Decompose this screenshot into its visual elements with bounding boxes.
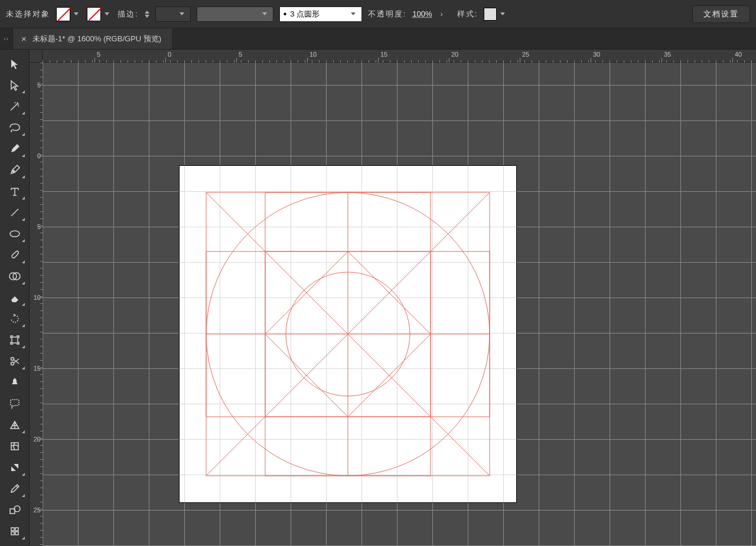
mesh-tool[interactable] xyxy=(2,436,27,457)
svg-line-31 xyxy=(206,417,265,476)
eraser-tool[interactable] xyxy=(2,287,27,308)
ruler-tick: 5 xyxy=(97,51,100,58)
ellipse-tool[interactable] xyxy=(2,223,27,244)
artboard-tool[interactable] xyxy=(2,329,27,351)
direct-selection-tool[interactable] xyxy=(2,74,27,96)
ruler-tick: 25 xyxy=(522,51,529,58)
document-settings-button[interactable]: 文档设置 xyxy=(692,5,750,23)
ruler-horizontal[interactable]: 50510152025303540 xyxy=(43,50,756,63)
style-label: 样式: xyxy=(457,9,478,19)
perspective-tool[interactable] xyxy=(2,414,27,436)
keyline-artwork xyxy=(180,166,516,502)
svg-rect-12 xyxy=(15,528,18,531)
stroke-weight-field[interactable] xyxy=(155,6,191,22)
magic-wand-tool[interactable] xyxy=(2,96,27,117)
svg-point-0 xyxy=(12,171,14,172)
rotate-tool[interactable] xyxy=(2,308,27,329)
pin-tool[interactable] xyxy=(2,372,27,393)
ruler-tick: 5 xyxy=(239,51,242,58)
pen-tool[interactable] xyxy=(2,138,27,159)
chevron-down-icon xyxy=(74,12,79,15)
comment-tool[interactable] xyxy=(2,393,27,414)
gradient-tool[interactable] xyxy=(2,457,27,478)
selection-tool[interactable] xyxy=(2,53,27,74)
style-swatch-icon xyxy=(484,8,497,21)
eyedropper-tool[interactable] xyxy=(2,478,27,499)
ruler-origin[interactable] xyxy=(30,50,43,63)
shape-builder-tool[interactable] xyxy=(2,266,27,287)
document-tab[interactable]: × 未标题-1* @ 1600% (RGB/GPU 预览) xyxy=(13,28,172,49)
ruler-tick: 40 xyxy=(735,51,742,58)
curvature-tool[interactable] xyxy=(2,159,27,181)
close-icon[interactable]: × xyxy=(21,34,27,44)
line-tool[interactable] xyxy=(2,202,27,223)
fill-swatch[interactable] xyxy=(56,7,81,21)
brush-definition[interactable]: • 3 点圆形 xyxy=(279,6,362,22)
brush-name: 3 点圆形 xyxy=(290,9,320,19)
canvas-region[interactable]: 50510152025303540 50510152025 xyxy=(30,50,756,546)
svg-line-32 xyxy=(431,417,490,476)
graphic-style[interactable] xyxy=(484,8,507,21)
lasso-tool[interactable] xyxy=(2,117,27,138)
opacity-label: 不透明度: xyxy=(368,9,407,19)
stroke-label: 描边: xyxy=(118,9,139,19)
svg-rect-11 xyxy=(11,528,14,531)
no-selection-label: 未选择对象 xyxy=(6,9,50,19)
paintbrush-tool[interactable] xyxy=(2,244,27,266)
opacity-value[interactable]: 100% xyxy=(412,9,432,18)
type-tool[interactable] xyxy=(2,181,27,202)
ruler-tick: 35 xyxy=(664,51,671,58)
tools-panel xyxy=(0,50,30,546)
svg-rect-14 xyxy=(15,532,18,535)
artboard[interactable] xyxy=(180,166,516,502)
ruler-vertical[interactable]: 50510152025 xyxy=(30,63,43,546)
stroke-weight-stepper[interactable] xyxy=(145,11,149,18)
stroke-swatch[interactable] xyxy=(87,7,112,21)
opacity-chevron[interactable]: › xyxy=(441,9,443,18)
svg-rect-7 xyxy=(11,443,18,450)
ruler-tick: 15 xyxy=(380,51,387,58)
ruler-tick: 30 xyxy=(593,51,600,58)
svg-rect-13 xyxy=(11,532,14,535)
chevron-down-icon xyxy=(180,12,184,15)
svg-point-1 xyxy=(10,231,19,237)
ruler-tick: 10 xyxy=(309,51,317,58)
pasteboard-grid xyxy=(43,63,756,546)
document-tab-bar: ›› × 未标题-1* @ 1600% (RGB/GPU 预览) xyxy=(0,28,756,50)
chevron-down-icon xyxy=(351,12,356,15)
workspace: 50510152025303540 50510152025 xyxy=(0,50,756,546)
none-icon xyxy=(87,7,101,21)
variable-width-profile[interactable] xyxy=(197,6,273,22)
svg-rect-4 xyxy=(12,337,18,343)
ruler-tick: 20 xyxy=(451,51,458,58)
panel-toggle[interactable]: ›› xyxy=(0,28,13,49)
blend-tool[interactable] xyxy=(2,499,27,521)
symbol-tool[interactable] xyxy=(2,521,27,542)
none-icon xyxy=(56,7,70,21)
scissors-tool[interactable] xyxy=(2,351,27,372)
ruler-tick: 0 xyxy=(168,51,171,58)
options-bar: 未选择对象 描边: • 3 点圆形 不透明度: 100% › 样式: 文档设置 xyxy=(0,0,756,28)
svg-line-30 xyxy=(431,192,490,251)
svg-line-29 xyxy=(206,192,265,251)
chevron-down-icon xyxy=(262,12,267,15)
chevron-down-icon xyxy=(105,12,109,15)
chevron-down-icon xyxy=(500,12,505,15)
tab-title: 未标题-1* @ 1600% (RGB/GPU 预览) xyxy=(32,34,161,44)
